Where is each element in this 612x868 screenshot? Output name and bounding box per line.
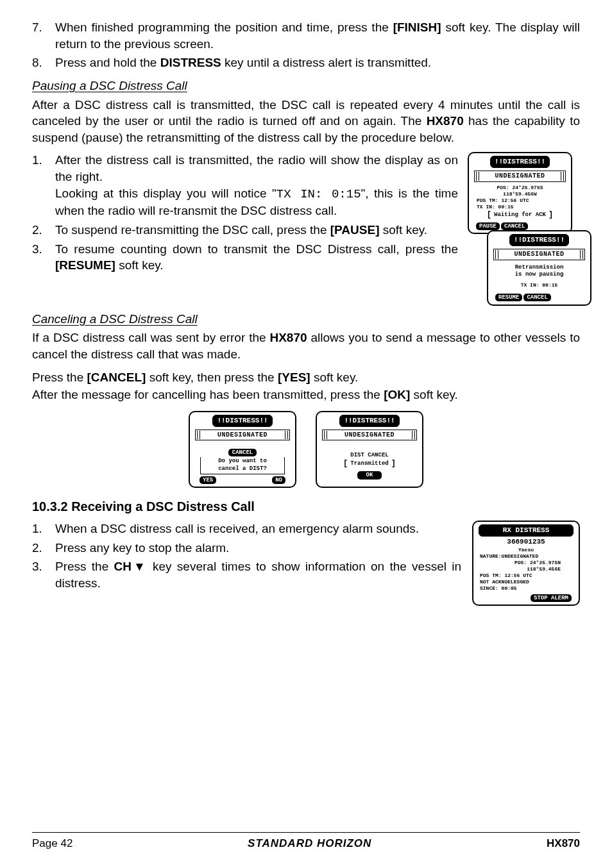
display-cancel-confirm: !!DISTRESS!! UNDESIGNATED CANCEL Do you … bbox=[189, 411, 296, 488]
confirm-box: Do you want to cancel a DIST? bbox=[200, 457, 285, 474]
display-title: !!DISTRESS!! bbox=[339, 415, 399, 427]
line: Retransmission bbox=[492, 264, 586, 271]
line: 118°59.456E bbox=[477, 566, 575, 572]
step-number: 7. bbox=[32, 19, 42, 36]
step-number: 3. bbox=[32, 241, 42, 258]
line: POS: 24°25.975N bbox=[477, 560, 575, 566]
text: soft key. bbox=[115, 258, 164, 272]
canceling-heading: Canceling a DSC Distress Call bbox=[32, 311, 580, 328]
resume-key: [RESUME] bbox=[55, 258, 115, 272]
display-title: !!DISTRESS!! bbox=[490, 156, 550, 168]
text: When a DSC distress call is received, an… bbox=[55, 522, 419, 535]
line: cancel a DIST? bbox=[201, 465, 284, 472]
text: Looking at this display you will notice … bbox=[55, 187, 276, 200]
brand-logo: STANDARD HORIZON bbox=[248, 837, 371, 851]
pause-softkey[interactable]: PAUSE bbox=[476, 222, 500, 230]
text: To suspend re-transmitting the DSC call,… bbox=[55, 223, 330, 237]
model-ref: HX870 bbox=[269, 331, 307, 344]
line: POS TM: 12:56 UTC bbox=[477, 572, 575, 579]
model-label: HX870 bbox=[547, 837, 580, 851]
pause-displays: !!DISTRESS!! UNDESIGNATED POS: 24°25.975… bbox=[468, 152, 580, 305]
cancel-softkey[interactable]: CANCEL bbox=[501, 222, 528, 230]
line: 118°59.456W bbox=[473, 191, 567, 197]
step-text: When finished programming the position a… bbox=[55, 21, 393, 34]
display-title: RX DISTRESS bbox=[479, 524, 574, 537]
waiting-row: [Waiting for ACK] bbox=[473, 210, 567, 220]
step-8: 8. Press and hold the DISTRESS key until… bbox=[55, 54, 580, 71]
text: If a DSC distress call was sent by error… bbox=[32, 331, 269, 344]
pausing-heading: Pausing a DSC Distress Call bbox=[32, 78, 580, 94]
cancel-displays: !!DISTRESS!! UNDESIGNATED CANCEL Do you … bbox=[32, 411, 580, 488]
display-rx-distress: RX DISTRESS 366901235 Yaesu NATURE:UNDES… bbox=[472, 521, 580, 606]
resume-softkey[interactable]: RESUME bbox=[495, 294, 522, 301]
text: Press any key to stop the alarm. bbox=[55, 541, 229, 555]
line: NATURE:UNDESIGNATED bbox=[477, 553, 575, 560]
line: POS: 24°25.975S bbox=[473, 185, 567, 191]
recv-step-3: 3. Press the CH▼ key several times to sh… bbox=[55, 558, 461, 591]
line: SINCE: 00:05 bbox=[477, 585, 575, 592]
step-number: 8. bbox=[32, 54, 42, 71]
ok-key: [OK] bbox=[384, 388, 410, 401]
display-subtitle: UNDESIGNATED bbox=[474, 171, 566, 182]
step-number: 2. bbox=[32, 540, 42, 556]
display-distress-waiting: !!DISTRESS!! UNDESIGNATED POS: 24°25.975… bbox=[468, 152, 572, 234]
step-number: 2. bbox=[32, 222, 42, 238]
ok-softkey[interactable]: OK bbox=[357, 471, 382, 479]
no-softkey[interactable]: NO bbox=[272, 476, 285, 484]
yes-key: [YES] bbox=[278, 371, 310, 384]
display-subtitle: UNDESIGNATED bbox=[195, 430, 290, 441]
display-subtitle: UNDESIGNATED bbox=[322, 430, 417, 441]
display-body: POS: 24°25.975S 118°59.456W POS TM: 12:5… bbox=[473, 185, 567, 220]
rx-display-wrap: RX DISTRESS 366901235 Yaesu NATURE:UNDES… bbox=[472, 521, 580, 606]
display-body: 366901235 Yaesu NATURE:UNDESIGNATED POS:… bbox=[477, 538, 575, 592]
display-title: !!DISTRESS!! bbox=[212, 415, 272, 427]
text: Press the bbox=[55, 560, 114, 573]
cancel-midtitle: CANCEL bbox=[228, 449, 257, 456]
cancel-softkey[interactable]: CANCEL bbox=[523, 294, 550, 301]
finish-key: [FINISH] bbox=[393, 21, 441, 34]
display-title: !!DISTRESS!! bbox=[509, 234, 569, 246]
receiving-heading: 10.3.2 Receiving a DSC Distress Call bbox=[32, 498, 580, 515]
stop-alarm-softkey[interactable]: STOP ALERM bbox=[531, 594, 572, 602]
display-cancel-transmitted: !!DISTRESS!! UNDESIGNATED DIST CANCEL [T… bbox=[316, 411, 423, 488]
line: 366901235 bbox=[477, 538, 575, 547]
model-ref: HX870 bbox=[427, 114, 464, 128]
line: Transmitted bbox=[350, 460, 388, 467]
text: After the distress call is transmitted, … bbox=[55, 153, 458, 183]
text: After the message for cancelling has bee… bbox=[32, 388, 384, 401]
ch-down-key: CH▼ bbox=[114, 560, 148, 573]
line: TX IN: 00:15 bbox=[473, 204, 567, 210]
line: Waiting for ACK bbox=[494, 212, 546, 219]
text: To resume counting down to transmit the … bbox=[55, 242, 458, 256]
pausing-paragraph: After a DSC distress call is transmitted… bbox=[32, 97, 580, 146]
pause-key: [PAUSE] bbox=[330, 223, 380, 237]
tx-in-label: TX IN: 0:15 bbox=[276, 187, 361, 201]
line: is now pausing bbox=[492, 271, 586, 278]
cancel-instruction-2: After the message for cancelling has bee… bbox=[32, 387, 580, 403]
display-distress-paused: !!DISTRESS!! UNDESIGNATED Retransmission… bbox=[487, 230, 591, 305]
display-body: Retransmission is now pausing TX IN: 00:… bbox=[492, 263, 586, 292]
step-text-after: key until a distress alert is transmitte… bbox=[221, 56, 431, 69]
cancel-key: [CANCEL] bbox=[87, 371, 146, 384]
intro-steps: 7. When finished programming the positio… bbox=[32, 19, 580, 71]
pause-step-2: 2. To suspend re-transmitting the DSC ca… bbox=[55, 222, 458, 238]
page-footer: Page 42 STANDARD HORIZON HX870 bbox=[32, 832, 580, 851]
text: soft key. bbox=[410, 388, 458, 401]
line: DIST CANCEL bbox=[321, 452, 418, 459]
page-number: Page 42 bbox=[32, 837, 72, 851]
step-7: 7. When finished programming the positio… bbox=[55, 19, 580, 52]
distress-key: DISTRESS bbox=[160, 56, 221, 69]
text: Press the bbox=[32, 371, 87, 384]
line: POS TM: 12:56 UTC bbox=[473, 197, 567, 204]
step-number: 1. bbox=[32, 521, 42, 537]
recv-step-2: 2. Press any key to stop the alarm. bbox=[55, 540, 461, 556]
line: Do you want to bbox=[201, 458, 284, 465]
cancel-paragraph: If a DSC distress call was sent by error… bbox=[32, 330, 580, 362]
pause-step-3: 3. To resume counting down to transmit t… bbox=[55, 241, 458, 274]
recv-step-1: 1. When a DSC distress call is received,… bbox=[55, 521, 461, 537]
cancel-instruction-1: Press the [CANCEL] soft key, then press … bbox=[32, 369, 580, 386]
step-text: Press and hold the bbox=[55, 56, 160, 69]
pause-step-1: 1. After the distress call is transmitte… bbox=[55, 152, 458, 219]
line: TX IN: 00:15 bbox=[492, 282, 586, 288]
yes-softkey[interactable]: YES bbox=[200, 476, 216, 484]
